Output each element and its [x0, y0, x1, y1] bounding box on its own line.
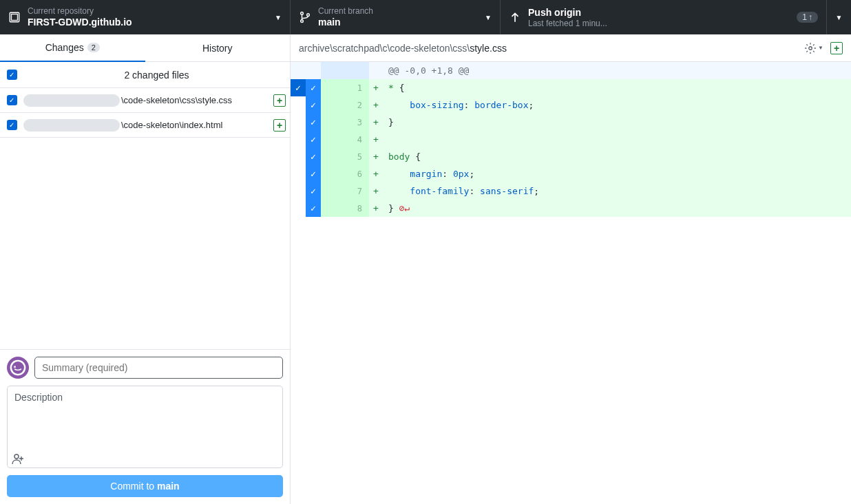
repo-name: FIRST-GDWD.github.io: [28, 16, 269, 28]
push-count-badge: 1↑: [797, 12, 818, 23]
line-check-icon[interactable]: ✓: [306, 131, 321, 148]
repo-icon: [8, 11, 21, 23]
diff-line[interactable]: ✓ 5+ body {: [291, 148, 851, 165]
files-count-text: 2 changed files: [23, 70, 290, 81]
sidebar: Changes 2 History ✓ 2 changed files ✓ \c…: [0, 34, 291, 504]
select-all-checkbox[interactable]: ✓: [7, 70, 17, 80]
added-icon: +: [273, 94, 286, 107]
line-check-icon[interactable]: ✓: [306, 182, 321, 200]
diff-line[interactable]: ✓ 2+ box-sizing: border-box;: [291, 96, 851, 114]
diff-file-path: archive\scratchpad\c\code-skeleton\css\s…: [299, 43, 507, 54]
no-newline-icon: ⊘↵: [399, 203, 410, 213]
changes-count-badge: 2: [87, 43, 100, 52]
diff-line[interactable]: ✓✓ 1+ * {: [291, 79, 851, 96]
push-label: Push origin: [528, 6, 791, 19]
expand-icon[interactable]: +: [830, 42, 843, 54]
svg-rect-1: [12, 14, 18, 21]
svg-point-9: [809, 46, 812, 50]
chevron-down-icon: ▼: [836, 14, 843, 21]
chevron-down-icon: ▼: [818, 45, 823, 51]
add-coauthor-icon[interactable]: [12, 452, 278, 465]
chevron-down-icon: ▼: [485, 14, 492, 21]
diff-panel: archive\scratchpad\c\code-skeleton\css\s…: [291, 34, 851, 504]
line-check-icon[interactable]: ✓: [306, 148, 321, 165]
push-up-icon: [509, 11, 521, 23]
line-check-icon[interactable]: ✓: [306, 96, 321, 114]
files-header-row: ✓ 2 changed files: [0, 62, 290, 88]
chevron-down-icon: ▼: [275, 14, 282, 21]
diff-line[interactable]: ✓ 8+ } ⊘↵: [291, 200, 851, 217]
branch-icon: [299, 11, 311, 23]
diff-body: @@ -0,0 +1,8 @@ ✓✓ 1+ * { ✓ 2+ box-sizin…: [291, 62, 851, 217]
redacted-path: [23, 119, 120, 132]
commit-panel: Description Commit to main: [0, 349, 290, 504]
file-path: \code-skeleton\index.html: [121, 120, 222, 130]
app-header: Current repository FIRST-GDWD.github.io …: [0, 0, 851, 34]
file-checkbox[interactable]: ✓: [7, 120, 17, 130]
line-check-icon[interactable]: ✓: [291, 79, 306, 96]
file-row[interactable]: ✓ \code-skeleton\css\style.css +: [0, 88, 290, 113]
file-path: \code-skeleton\css\style.css: [121, 95, 232, 105]
svg-point-2: [301, 12, 304, 15]
commit-summary-input[interactable]: [34, 357, 283, 379]
diff-line[interactable]: ✓ 7+ font-family: sans-serif;: [291, 182, 851, 200]
gear-icon: [804, 42, 817, 54]
diff-line[interactable]: ✓ 4+: [291, 131, 851, 148]
svg-rect-7: [14, 366, 15, 368]
push-sublabel: Last fetched 1 minu...: [528, 19, 791, 28]
commit-description-input[interactable]: Description: [7, 386, 283, 468]
commit-button[interactable]: Commit to main: [7, 475, 283, 497]
added-icon: +: [273, 119, 286, 132]
diff-line[interactable]: ✓ 6+ margin: 0px;: [291, 165, 851, 182]
branch-label: Current branch: [318, 6, 479, 16]
file-row[interactable]: ✓ \code-skeleton\index.html +: [0, 113, 290, 138]
line-check-icon[interactable]: ✓: [306, 79, 321, 96]
diff-hunk-header: @@ -0,0 +1,8 @@: [291, 62, 851, 79]
diff-settings-button[interactable]: ▼: [804, 42, 823, 54]
line-check-icon[interactable]: ✓: [306, 114, 321, 131]
redacted-path: [23, 94, 120, 107]
repo-label: Current repository: [28, 6, 269, 16]
line-check-icon[interactable]: ✓: [306, 200, 321, 217]
svg-point-4: [307, 14, 310, 17]
branch-selector[interactable]: Current branch main ▼: [291, 0, 501, 34]
line-check-icon[interactable]: ✓: [306, 165, 321, 182]
file-checkbox[interactable]: ✓: [7, 95, 17, 105]
avatar: [7, 357, 29, 379]
push-dropdown[interactable]: ▼: [826, 0, 851, 34]
push-button[interactable]: Push origin Last fetched 1 minu... 1↑: [501, 0, 826, 34]
repo-selector[interactable]: Current repository FIRST-GDWD.github.io …: [0, 0, 291, 34]
tab-changes[interactable]: Changes 2: [0, 34, 145, 62]
tab-history[interactable]: History: [145, 34, 291, 62]
svg-point-8: [14, 454, 19, 459]
branch-name: main: [318, 16, 479, 28]
diff-line[interactable]: ✓ 3+ }: [291, 114, 851, 131]
svg-point-6: [12, 361, 24, 374]
svg-point-3: [301, 20, 304, 23]
